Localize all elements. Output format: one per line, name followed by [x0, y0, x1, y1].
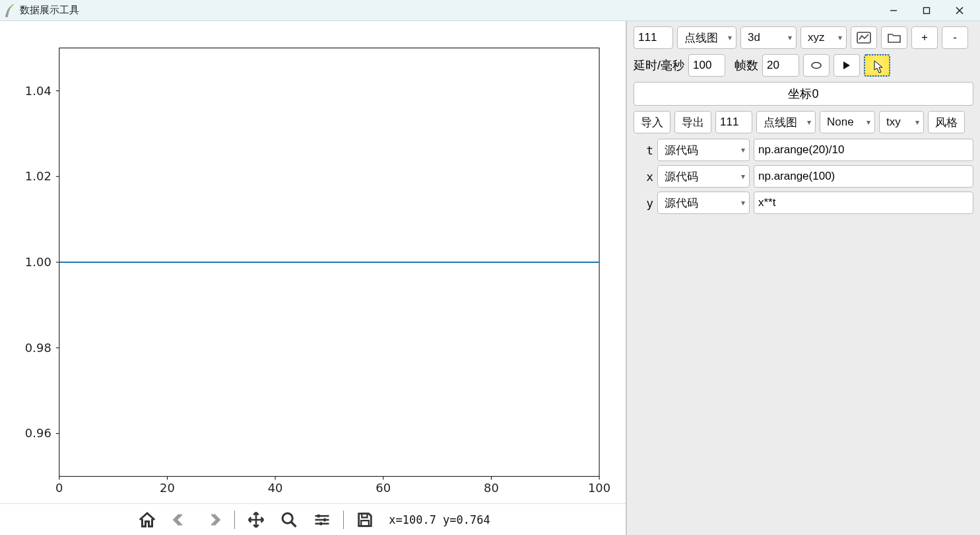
svg-rect-32: [324, 518, 327, 521]
maximize-button[interactable]: [910, 0, 943, 21]
chevron-down-icon: ▾: [741, 145, 745, 155]
delay-input[interactable]: [688, 54, 725, 77]
svg-text:1.02: 1.02: [25, 169, 51, 183]
chart-icon: [857, 32, 871, 44]
home-icon[interactable]: [135, 508, 159, 532]
chevron-down-icon: ▾: [807, 118, 811, 127]
folder-icon: [887, 32, 901, 44]
chevron-down-icon: ▾: [741, 172, 745, 181]
coord-section-button[interactable]: 坐标0: [634, 82, 973, 106]
minimize-button[interactable]: [877, 0, 910, 21]
svg-rect-34: [320, 522, 323, 525]
frames-label: 帧数: [735, 57, 758, 73]
pan-icon[interactable]: [244, 508, 268, 532]
svg-text:40: 40: [268, 481, 283, 495]
var-row-t: t 源代码▾: [634, 139, 973, 161]
subplot-code-input[interactable]: [634, 26, 673, 49]
play-button[interactable]: [833, 54, 860, 77]
window-title: 数据展示工具: [20, 4, 79, 17]
svg-point-38: [812, 63, 821, 69]
coord-section-label: 坐标0: [788, 86, 818, 102]
plot-canvas[interactable]: 0204060801000.960.981.001.021.04: [0, 21, 626, 503]
svg-rect-36: [362, 513, 368, 517]
remove-button[interactable]: -: [942, 26, 968, 49]
svg-marker-39: [843, 61, 850, 69]
axes-mode-select-2[interactable]: txy▾: [879, 111, 924, 133]
app-icon: [4, 3, 15, 18]
export-button[interactable]: 导出: [674, 111, 711, 133]
matplotlib-toolbar: x=100.7 y=0.764: [0, 503, 626, 535]
style-button[interactable]: 风格: [928, 111, 965, 133]
chevron-down-icon: ▾: [728, 33, 732, 42]
controls-panel: 点线图▾ 3d▾ xyz▾ + - 延时/毫秒 帧数: [627, 21, 980, 535]
toolbar-separator: [343, 511, 344, 529]
svg-text:20: 20: [160, 481, 175, 495]
dimension-select[interactable]: 3d▾: [740, 26, 797, 49]
var-expr-input-y[interactable]: [754, 192, 973, 214]
loop-icon: [810, 61, 823, 70]
chevron-down-icon: ▾: [788, 33, 792, 42]
close-button[interactable]: [943, 0, 976, 21]
var-label-x: x: [634, 170, 653, 184]
svg-text:0: 0: [55, 481, 63, 495]
var-label-y: y: [634, 196, 653, 210]
chevron-down-icon: ▾: [838, 33, 842, 42]
var-expr-input-x[interactable]: [754, 165, 973, 188]
var-source-select-t[interactable]: 源代码▾: [657, 139, 750, 161]
plot-area[interactable]: 0204060801000.960.981.001.021.04: [0, 21, 626, 503]
chevron-down-icon: ▾: [915, 118, 919, 127]
add-button[interactable]: +: [911, 26, 938, 49]
open-folder-button[interactable]: [881, 26, 907, 49]
svg-text:0.98: 0.98: [25, 341, 51, 355]
cursor-icon: [874, 60, 886, 75]
plot-panel: 0204060801000.960.981.001.021.04: [0, 21, 627, 535]
svg-text:100: 100: [588, 481, 610, 495]
forward-icon[interactable]: [201, 508, 225, 532]
chevron-down-icon: ▾: [741, 198, 745, 207]
svg-text:80: 80: [484, 481, 499, 495]
title-bar: 数据展示工具: [0, 0, 980, 21]
var-row-y: y 源代码▾: [634, 192, 973, 214]
cursor-coordinates: x=100.7 y=0.764: [389, 513, 490, 526]
preview-plot-button[interactable]: [851, 26, 877, 49]
var-label-t: t: [634, 143, 653, 157]
frames-input[interactable]: [762, 54, 799, 77]
loop-button[interactable]: [803, 54, 830, 77]
delay-label: 延时/毫秒: [634, 57, 684, 73]
svg-rect-30: [317, 514, 320, 517]
save-icon[interactable]: [353, 508, 377, 532]
plot-type-select[interactable]: 点线图▾: [677, 26, 736, 49]
record-button[interactable]: [864, 54, 890, 77]
play-icon: [842, 61, 851, 70]
axes-mode-select[interactable]: xyz▾: [800, 26, 847, 49]
svg-rect-1: [924, 7, 930, 13]
var-source-select-x[interactable]: 源代码▾: [657, 165, 750, 188]
subplot-code-input-2[interactable]: [715, 111, 752, 133]
svg-text:1.00: 1.00: [25, 255, 51, 269]
configure-icon[interactable]: [310, 508, 334, 532]
svg-text:60: 60: [376, 481, 391, 495]
import-button[interactable]: 导入: [634, 111, 670, 133]
var-expr-input-t[interactable]: [754, 139, 973, 161]
svg-text:1.04: 1.04: [25, 84, 51, 98]
plot-type-select-2[interactable]: 点线图▾: [756, 111, 816, 133]
zoom-icon[interactable]: [277, 508, 301, 532]
svg-line-28: [292, 522, 296, 526]
var-row-x: x 源代码▾: [634, 165, 973, 188]
chevron-down-icon: ▾: [866, 118, 870, 127]
svg-text:0.96: 0.96: [25, 426, 51, 440]
var-source-select-y[interactable]: 源代码▾: [657, 192, 750, 214]
back-icon[interactable]: [168, 508, 192, 532]
toolbar-separator: [234, 511, 235, 529]
option-select[interactable]: None▾: [820, 111, 875, 133]
svg-point-27: [282, 513, 292, 523]
